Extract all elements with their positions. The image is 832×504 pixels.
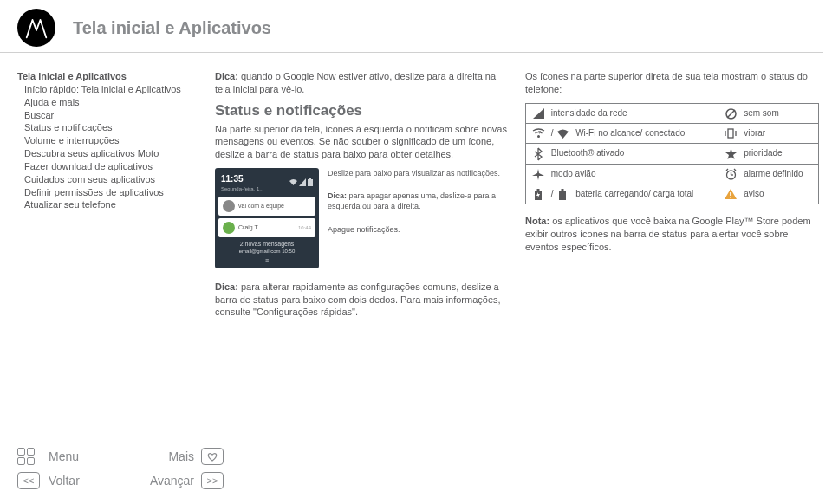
footer-sub: email@gmail.com 10:50 xyxy=(218,248,315,255)
sidebar-title: Tela inicial e Aplicativos xyxy=(17,70,199,83)
cell-label: prioridade xyxy=(744,148,782,158)
sidebar-item-buscar[interactable]: Buscar xyxy=(17,109,199,122)
svg-rect-17 xyxy=(562,189,564,191)
sidebar-item-cuidados[interactable]: Cuidados com seus aplicativos xyxy=(17,173,199,186)
avatar-icon xyxy=(223,200,235,212)
cell-label: modo avião xyxy=(551,169,596,178)
notif-text: val com a equipe xyxy=(238,202,311,210)
tip2-label: Dica: xyxy=(215,281,238,292)
battery-icon xyxy=(308,178,313,186)
svg-rect-1 xyxy=(309,178,311,179)
table-row: Bluetooth® ativado prioridade xyxy=(526,144,819,164)
cell-label: aviso xyxy=(744,189,764,198)
notif-time: 10:44 xyxy=(298,224,311,231)
svg-rect-19 xyxy=(731,197,732,198)
svg-rect-0 xyxy=(308,179,313,186)
sidebar: Tela inicial e Aplicativos Início rápido… xyxy=(17,70,199,319)
sidebar-item-download[interactable]: Fazer download de aplicativos xyxy=(17,160,199,173)
notif-from: Craig T. xyxy=(238,223,295,231)
airplane-icon xyxy=(531,168,545,180)
cell-label: sem som xyxy=(744,108,779,118)
main-column: Dica: quando o Google Now estiver ativo,… xyxy=(215,70,510,319)
phone-date: Segunda-feira, 1... xyxy=(221,185,263,192)
table-row: / bateria carregando/ carga total aviso xyxy=(526,184,819,204)
cell-label: vibrar xyxy=(744,128,765,138)
sidebar-item-permissoes[interactable]: Definir permissões de aplicativos xyxy=(17,186,199,199)
tip2-text: para alterar rapidamente as configuraçõe… xyxy=(215,281,501,318)
svg-line-13 xyxy=(734,169,736,171)
svg-rect-18 xyxy=(731,192,732,196)
sidebar-item-inicio[interactable]: Início rápido: Tela inicial e Aplicativo… xyxy=(17,83,199,96)
menu-icon[interactable] xyxy=(17,448,45,465)
cell-label: intensidade da rede xyxy=(551,108,627,118)
svg-rect-6 xyxy=(728,129,733,138)
menu-label[interactable]: Menu xyxy=(45,449,123,463)
note-label: Nota: xyxy=(525,216,549,226)
notif-footer: 2 novas mensagens email@gmail.com 10:50 … xyxy=(218,240,315,265)
notification-card-1: val com a equipe xyxy=(218,197,315,216)
section-title: Status e notificações xyxy=(215,101,510,121)
vibrate-icon xyxy=(724,127,738,139)
priority-icon xyxy=(724,148,738,160)
avancar-label[interactable]: Avançar xyxy=(123,474,201,488)
svg-line-12 xyxy=(726,169,728,171)
sidebar-item-atualizar[interactable]: Atualizar seu telefone xyxy=(17,198,199,211)
voltar-label[interactable]: Voltar xyxy=(45,474,123,488)
header: Tela inicial e Aplicativos xyxy=(0,0,823,53)
right-column: Os ícones na parte superior direta de su… xyxy=(525,70,819,319)
sidebar-item-moto[interactable]: Descubra seus aplicativos Moto xyxy=(17,147,199,160)
cell-label: Wi-Fi no alcance/ conectado xyxy=(575,128,685,138)
wifi-icon xyxy=(289,178,297,186)
motorola-logo xyxy=(17,9,55,47)
mute-icon xyxy=(724,107,738,120)
page-title: Tela inicial e Aplicativos xyxy=(73,18,271,38)
phone-mock: 11:35 Segunda-feira, 1... val com a equi… xyxy=(215,168,510,268)
cell-label: Bluetooth® ativado xyxy=(551,148,625,158)
table-row: intensidade da rede sem som xyxy=(526,103,819,123)
battery-charging-icon xyxy=(531,188,545,200)
svg-rect-16 xyxy=(559,191,566,200)
note-play-store: Nota: os aplicativos que você baixa na G… xyxy=(525,215,819,254)
wifi-connected-icon xyxy=(556,127,569,139)
sidebar-item-status[interactable]: Status e notificações xyxy=(17,121,199,134)
annotation-dismiss-one: Dica: para apagar apenas uma, deslize-a … xyxy=(328,191,510,211)
bluetooth-icon xyxy=(531,148,545,160)
phone-preview: 11:35 Segunda-feira, 1... val com a equi… xyxy=(215,168,319,268)
svg-line-3 xyxy=(727,110,735,118)
section-body: Na parte superior da tela, ícones à esqu… xyxy=(215,123,510,162)
content: Tela inicial e Aplicativos Início rápido… xyxy=(0,53,832,319)
tip-quick-settings: Dica: para alterar rapidamente as config… xyxy=(215,281,510,320)
status-icons-table: intensidade da rede sem som ? / Wi-Fi no… xyxy=(525,103,819,205)
footer-count: 2 novas mensagens xyxy=(218,240,315,248)
avancar-button[interactable]: >> xyxy=(201,472,224,489)
note-text: os aplicativos que você baixa na Google … xyxy=(525,216,811,252)
tip-google-now: Dica: quando o Google Now estiver ativo,… xyxy=(215,70,510,96)
battery-full-icon xyxy=(556,188,569,200)
voltar-button[interactable]: << xyxy=(17,472,40,489)
sidebar-item-volume[interactable]: Volume e interrupções xyxy=(17,134,199,147)
tip-label: Dica: xyxy=(215,71,238,81)
table-row: modo avião alarme definido xyxy=(526,164,819,184)
annotation-swipe: Deslize para baixo para visualizar as no… xyxy=(328,168,510,178)
cell-label: alarme definido xyxy=(744,169,803,178)
svg-rect-15 xyxy=(537,189,540,191)
phone-annotations: Deslize para baixo para visualizar as no… xyxy=(328,168,510,268)
sidebar-item-ajuda[interactable]: Ajuda e mais xyxy=(17,96,199,109)
right-intro: Os ícones na parte superior direta de su… xyxy=(525,70,819,96)
avatar-icon xyxy=(223,222,235,234)
mais-label[interactable]: Mais xyxy=(123,449,201,463)
mais-button[interactable] xyxy=(201,448,224,465)
annotation-clear: Apague notificações. xyxy=(328,224,510,235)
heart-icon xyxy=(207,452,218,462)
svg-point-4 xyxy=(537,135,540,138)
table-row: ? / Wi-Fi no alcance/ conectado vibrar xyxy=(526,124,819,144)
tip-text: quando o Google Now estiver ativo, desli… xyxy=(215,71,496,94)
signal-icon xyxy=(299,178,306,186)
alarm-icon xyxy=(724,168,738,180)
signal-icon xyxy=(531,107,545,120)
notification-card-2: Craig T. 10:44 xyxy=(218,218,315,237)
cell-label: bateria carregando/ carga total xyxy=(575,189,693,198)
phone-time: 11:35 xyxy=(221,173,263,185)
warning-icon xyxy=(724,188,738,200)
wifi-range-icon: ? xyxy=(531,127,545,139)
